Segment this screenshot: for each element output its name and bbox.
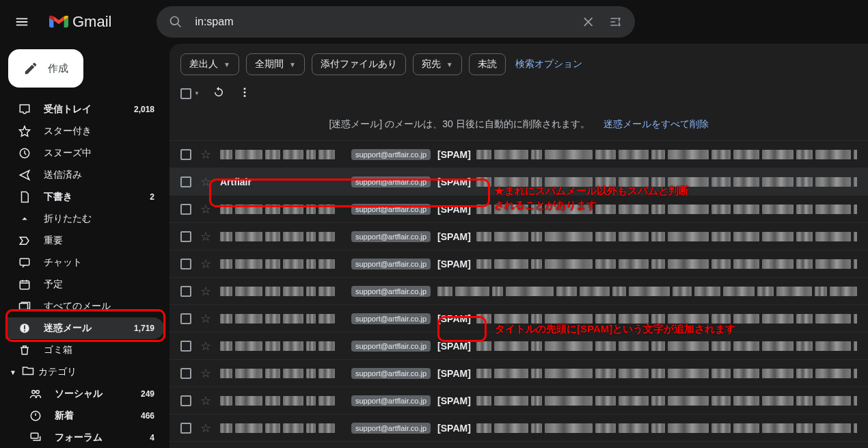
search-input[interactable]	[189, 16, 575, 28]
inbox-icon	[18, 103, 31, 116]
nav-main: 受信トレイ2,018スター付きスヌーズ中送信済み下書き2折りたたむ重要チャット予…	[5, 98, 169, 361]
mail-row[interactable]: ☆support@artflair.co.jp[SPAM]	[169, 196, 868, 223]
mail-row[interactable]: ☆support@artflair.co.jp[SPAM]	[169, 305, 868, 332]
row-checkbox[interactable]	[180, 176, 191, 187]
sidebar: 作成 受信トレイ2,018スター付きスヌーズ中送信済み下書き2折りたたむ重要チャ…	[0, 44, 169, 448]
delete-all-spam-link[interactable]: 迷惑メールをすべて削除	[603, 118, 709, 129]
row-checkbox[interactable]	[180, 341, 191, 352]
nav-item-clock[interactable]: スヌーズ中	[5, 142, 164, 164]
star-icon[interactable]: ☆	[200, 202, 212, 217]
mail-row[interactable]: ☆Artflairsupport@artflair.co.jp[SPAM]	[169, 168, 868, 196]
svg-rect-3	[20, 304, 28, 310]
row-checkbox[interactable]	[180, 231, 191, 242]
nav-label: 重要	[44, 235, 154, 247]
row-checkbox[interactable]	[180, 395, 191, 406]
category-toggle[interactable]: ▼ カテゴリ	[5, 361, 169, 383]
star-icon[interactable]: ☆	[200, 147, 212, 162]
star-icon[interactable]: ☆	[200, 256, 212, 272]
chevron-down-icon: ▼	[10, 369, 18, 376]
filter-attachment[interactable]: 添付ファイルあり	[312, 53, 406, 75]
nav-item-important[interactable]: 重要	[5, 230, 164, 252]
star-icon[interactable]: ☆	[200, 421, 212, 436]
nav-label: 受信トレイ	[44, 103, 122, 116]
star-icon[interactable]: ☆	[200, 339, 212, 354]
sender-label-chip: support@artflair.co.jp	[351, 368, 431, 379]
star-icon[interactable]: ☆	[200, 284, 212, 299]
nav-item-star[interactable]: スター付き	[5, 120, 164, 142]
svg-point-11	[243, 88, 245, 90]
nav-label: ゴミ箱	[44, 344, 154, 356]
search-icon[interactable]	[162, 8, 189, 36]
nav-item-send[interactable]: 送信済み	[5, 164, 164, 186]
mail-row[interactable]: ☆support@artflair.co.jp[SPAM]	[169, 387, 868, 414]
row-checkbox[interactable]	[180, 423, 191, 434]
sender-column	[220, 332, 343, 359]
filter-to[interactable]: 宛先▼	[413, 53, 462, 75]
subject-column: support@artflair.co.jp[SPAM]	[351, 223, 857, 250]
mail-row[interactable]: ☆support@artflair.co.jp[SPAM]	[169, 360, 868, 387]
svg-rect-2	[20, 281, 29, 289]
star-icon[interactable]: ☆	[200, 229, 212, 244]
nav-item-chat[interactable]: チャット	[5, 252, 164, 274]
search-options-icon[interactable]	[602, 8, 629, 36]
nav-label: 迷惑メール	[44, 322, 122, 334]
mail-row[interactable]: ☆support@artflair.co.jp[SPAM]	[169, 332, 868, 360]
sender-label-chip: support@artflair.co.jp	[351, 259, 431, 269]
nav-item-inbox[interactable]: 受信トレイ2,018	[5, 98, 164, 120]
search-options-link[interactable]: 検索オプション	[515, 58, 582, 70]
select-all-checkbox[interactable]	[180, 88, 191, 99]
nav-item-forum[interactable]: フォーラム4	[5, 427, 164, 448]
nav-item-up[interactable]: 折りたたむ	[5, 208, 164, 230]
star-icon[interactable]: ☆	[200, 174, 212, 189]
refresh-button[interactable]	[212, 86, 226, 101]
mail-toolbar: ▼	[169, 83, 868, 109]
new-icon	[29, 410, 42, 422]
star-icon[interactable]: ☆	[200, 311, 212, 326]
gmail-logo[interactable]: Gmail	[44, 13, 117, 31]
star-icon[interactable]: ☆	[200, 366, 212, 381]
nav-item-trash[interactable]: ゴミ箱	[5, 339, 164, 361]
row-checkbox[interactable]	[180, 368, 191, 379]
nav-count: 249	[141, 389, 154, 399]
select-dropdown[interactable]: ▼	[194, 90, 200, 96]
mail-row[interactable]: ☆support@artflair.co.jp[SPAM]	[169, 414, 868, 442]
sender-column: Artflair	[220, 168, 343, 195]
main-panel: 差出人▼ 全期間▼ 添付ファイルあり 宛先▼ 未読 検索オプション ▼ [迷惑メ…	[169, 44, 868, 448]
sender-label-chip: support@artflair.co.jp	[351, 395, 431, 406]
mail-row[interactable]: ☆support@artflair.co.jp[SPAM]	[169, 250, 868, 278]
spam-banner: [迷惑メール] のメールは、30 日後に自動的に削除されます。 迷惑メールをすべ…	[169, 109, 868, 141]
spam-tag: [SPAM]	[437, 395, 471, 406]
nav-item-calendar[interactable]: 予定	[5, 274, 164, 295]
subject-column: support@artflair.co.jp[SPAM]	[351, 387, 857, 414]
mail-row[interactable]: ☆support@artflair.co.jp[SPAM]	[169, 141, 868, 168]
draft-icon	[18, 191, 31, 203]
nav-item-spam[interactable]: 迷惑メール1,719	[5, 317, 164, 339]
nav-label: 送信済み	[44, 169, 154, 181]
row-checkbox[interactable]	[180, 204, 191, 215]
subject-column: support@artflair.co.jp[SPAM]	[351, 332, 857, 359]
row-checkbox[interactable]	[180, 149, 191, 160]
clear-search-button[interactable]	[575, 8, 602, 36]
spam-tag: [SPAM]	[437, 259, 471, 269]
filter-unread[interactable]: 未読	[469, 53, 506, 75]
row-checkbox[interactable]	[180, 259, 191, 269]
row-checkbox[interactable]	[180, 286, 191, 297]
nav-item-social[interactable]: ソーシャル249	[5, 383, 164, 405]
search-bar[interactable]	[157, 6, 635, 38]
mail-row[interactable]: ☆support@artflair.co.jp[SPAM]	[169, 223, 868, 250]
filter-period[interactable]: 全期間▼	[246, 53, 305, 75]
nav-item-new[interactable]: 新着466	[5, 405, 164, 427]
main-menu-button[interactable]	[5, 5, 38, 38]
star-icon[interactable]: ☆	[200, 393, 212, 408]
compose-button[interactable]: 作成	[8, 49, 83, 88]
row-checkbox[interactable]	[180, 313, 191, 324]
mail-row[interactable]: ☆support@artflair.co.jp	[169, 278, 868, 305]
more-button[interactable]	[238, 86, 252, 101]
nav-item-draft[interactable]: 下書き2	[5, 186, 164, 208]
filter-from[interactable]: 差出人▼	[180, 53, 239, 75]
subject-column: support@artflair.co.jp[SPAM]	[351, 414, 857, 441]
nav-item-allmail[interactable]: すべてのメール	[5, 295, 164, 317]
subject-column: support@artflair.co.jp[SPAM]	[351, 250, 857, 277]
nav-count: 466	[141, 411, 154, 421]
nav-label: チャット	[44, 256, 154, 269]
